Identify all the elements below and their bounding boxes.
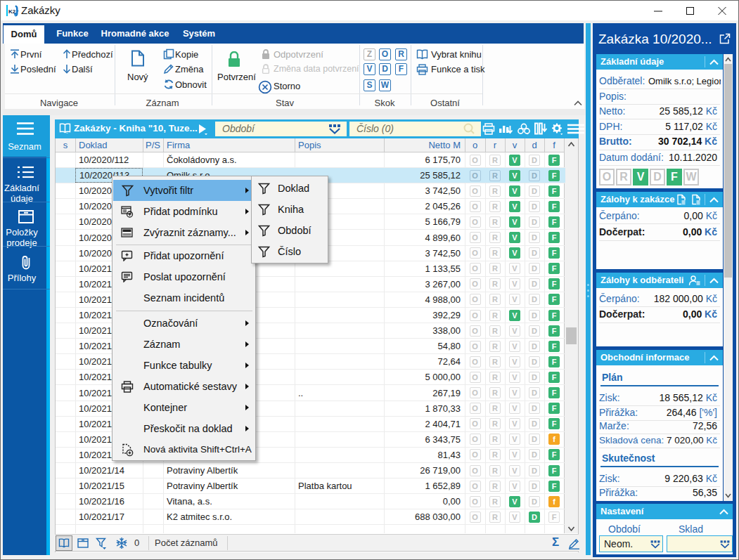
svg-text:K2: K2 <box>8 8 16 15</box>
